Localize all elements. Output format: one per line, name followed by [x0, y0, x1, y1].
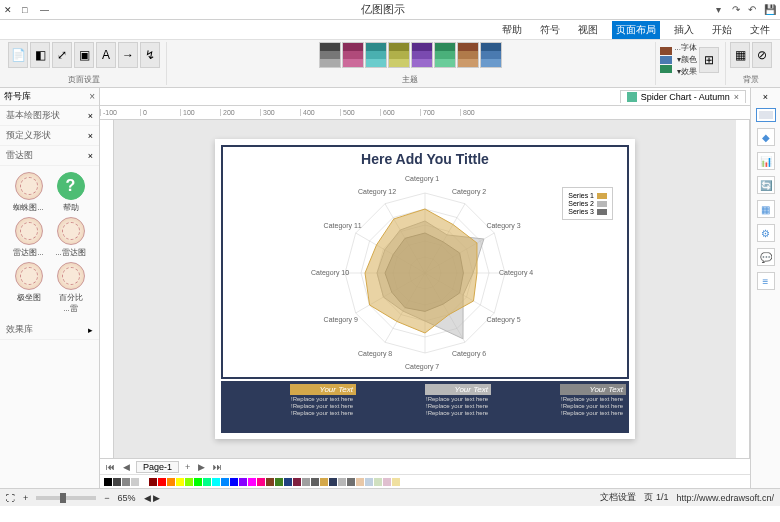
- rpanel-chart-icon[interactable]: 📊: [757, 152, 775, 170]
- color-swatch[interactable]: [293, 478, 301, 486]
- color-palette[interactable]: [100, 474, 750, 488]
- theme-swatch[interactable]: [365, 42, 387, 68]
- color-swatch[interactable]: [329, 478, 337, 486]
- color-swatch[interactable]: [104, 478, 112, 486]
- rpanel-data-icon[interactable]: ▦: [757, 200, 775, 218]
- page-first-icon[interactable]: ⏮: [104, 462, 117, 472]
- chart-footer[interactable]: Your TextReplace your text here!Replace …: [221, 381, 629, 433]
- color-swatch[interactable]: [374, 478, 382, 486]
- status-link[interactable]: http://www.edrawsoft.cn/: [676, 493, 774, 503]
- menu-tab[interactable]: 插入: [670, 21, 698, 39]
- right-panel-close[interactable]: ×: [763, 92, 768, 102]
- theme-swatch[interactable]: [457, 42, 479, 68]
- color-swatch[interactable]: [383, 478, 391, 486]
- qat-undo-icon[interactable]: ↶: [748, 4, 760, 16]
- text-button[interactable]: A: [96, 42, 116, 68]
- status-fit-icon[interactable]: ⛶: [6, 493, 15, 503]
- page-prev-icon[interactable]: ◀: [121, 462, 132, 472]
- auto-layout-button[interactable]: ⊞: [699, 47, 719, 73]
- color-swatch[interactable]: [320, 478, 328, 486]
- rpanel-layer-icon[interactable]: ≡: [757, 272, 775, 290]
- shape-item[interactable]: 极坐图: [10, 262, 48, 314]
- color-swatch[interactable]: [167, 478, 175, 486]
- color-swatch[interactable]: [266, 478, 274, 486]
- color-swatch[interactable]: [185, 478, 193, 486]
- theme-swatch[interactable]: [388, 42, 410, 68]
- shape-item[interactable]: 雷达图...: [52, 217, 90, 258]
- color-swatch[interactable]: [311, 478, 319, 486]
- color-swatch[interactable]: [221, 478, 229, 486]
- margin-button[interactable]: ▣: [74, 42, 94, 68]
- menu-tab[interactable]: 帮助: [498, 21, 526, 39]
- color-swatch[interactable]: [212, 478, 220, 486]
- window-close-icon[interactable]: ✕: [4, 5, 14, 15]
- qat-save-icon[interactable]: 💾: [764, 4, 776, 16]
- color-swatch[interactable]: [257, 478, 265, 486]
- chart-title[interactable]: Here Add You Tittle: [223, 147, 627, 171]
- category-predefined[interactable]: ×预定义形状: [0, 126, 99, 146]
- status-docset[interactable]: 文档设置: [600, 491, 636, 504]
- rpanel-comment-icon[interactable]: 💬: [757, 248, 775, 266]
- color-swatch[interactable]: [356, 478, 364, 486]
- radar-chart[interactable]: Category 1Category 2Category 3Category 4…: [325, 173, 525, 373]
- theme-gallery[interactable]: [319, 42, 502, 68]
- color-swatch[interactable]: [149, 478, 157, 486]
- color-swatch[interactable]: [392, 478, 400, 486]
- color-swatch[interactable]: [131, 478, 139, 486]
- theme-swatch[interactable]: [319, 42, 341, 68]
- page-bg-button[interactable]: ▦: [730, 42, 750, 68]
- theme-swatch[interactable]: [434, 42, 456, 68]
- color-swatch[interactable]: [230, 478, 238, 486]
- tab-close-icon[interactable]: ×: [734, 92, 739, 102]
- color-swatch[interactable]: [113, 478, 121, 486]
- pagesize-button[interactable]: 📄: [8, 42, 28, 68]
- color-swatch[interactable]: [365, 478, 373, 486]
- color-swatch[interactable]: [203, 478, 211, 486]
- ribbon-fonts[interactable]: 字体...: [674, 42, 697, 53]
- menu-tab[interactable]: 视图: [574, 21, 602, 39]
- shape-item[interactable]: ...雷达图: [10, 217, 48, 258]
- shape-item[interactable]: 百分比雷...: [52, 262, 90, 314]
- color-swatch[interactable]: [176, 478, 184, 486]
- color-swatch[interactable]: [194, 478, 202, 486]
- status-zoomout-icon[interactable]: −: [104, 493, 109, 503]
- window-max-icon[interactable]: □: [22, 5, 32, 15]
- rpanel-settings-icon[interactable]: ⚙: [757, 224, 775, 242]
- no-bg-button[interactable]: ⊘: [752, 42, 772, 68]
- menu-tab[interactable]: 开始: [708, 21, 736, 39]
- ribbon-colors[interactable]: 颜色▾: [674, 54, 697, 65]
- connector-button[interactable]: ↯: [140, 42, 160, 68]
- color-swatch[interactable]: [338, 478, 346, 486]
- status-zoomin-icon[interactable]: +: [23, 493, 28, 503]
- chart-legend[interactable]: Series 1Series 2Series 3: [562, 187, 613, 220]
- ribbon-effects[interactable]: 效果▾: [674, 66, 697, 77]
- shape-item[interactable]: ?帮助: [52, 172, 90, 213]
- color-swatch[interactable]: [347, 478, 355, 486]
- color-swatch[interactable]: [275, 478, 283, 486]
- panel-close-icon[interactable]: ×: [89, 91, 95, 102]
- menu-tab[interactable]: 文件: [746, 21, 774, 39]
- arrow-button[interactable]: →: [118, 42, 138, 68]
- page-next-icon[interactable]: ▶: [196, 462, 207, 472]
- document-tab[interactable]: × Spider Chart - Autumn: [620, 90, 746, 103]
- fit-button[interactable]: ⤢: [52, 42, 72, 68]
- canvas[interactable]: Here Add You Tittle Category 1Category 2…: [114, 120, 736, 458]
- shape-item[interactable]: ...蜘蛛图: [10, 172, 48, 213]
- window-min-icon[interactable]: —: [40, 5, 50, 15]
- color-swatch[interactable]: [248, 478, 256, 486]
- page-add-icon[interactable]: +: [183, 462, 192, 472]
- qat-redo-icon[interactable]: ↷: [732, 4, 744, 16]
- rpanel-type-icon[interactable]: 🔄: [757, 176, 775, 194]
- color-swatch[interactable]: [239, 478, 247, 486]
- color-swatch[interactable]: [122, 478, 130, 486]
- menu-tab[interactable]: 页面布局: [612, 21, 660, 39]
- category-radar[interactable]: ×雷达图: [0, 146, 99, 166]
- category-more[interactable]: ▸效果库: [0, 320, 99, 340]
- rpanel-shape-icon[interactable]: ◆: [757, 128, 775, 146]
- category-basic[interactable]: ×基本绘图形状: [0, 106, 99, 126]
- menu-tab[interactable]: 符号: [536, 21, 564, 39]
- color-swatch[interactable]: [284, 478, 292, 486]
- status-zoom[interactable]: 65%: [118, 493, 136, 503]
- color-swatch[interactable]: [158, 478, 166, 486]
- zoom-slider[interactable]: [36, 496, 96, 500]
